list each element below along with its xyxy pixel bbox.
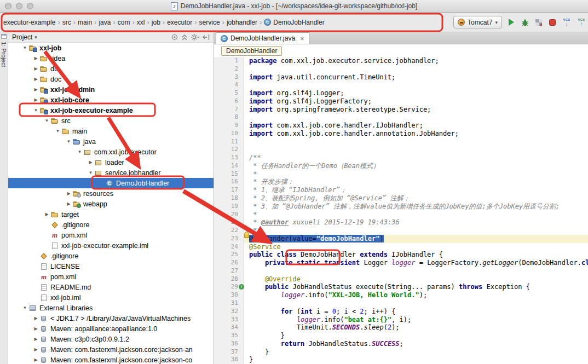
line-number[interactable]: 38: [214, 356, 244, 364]
tree-item-Maven: com.fasterxml.jackson.core:jackson-co[interactable]: ▶Maven: com.fasterxml.jackson.core:jacks…: [8, 355, 214, 364]
tree-item-.idea[interactable]: ▶.idea: [8, 53, 214, 63]
line-number[interactable]: 8: [214, 113, 244, 122]
code-text[interactable]: }: [244, 348, 588, 356]
code-text[interactable]: * 开发步骤：: [244, 178, 588, 186]
tree-item-webapp[interactable]: ▶webapp: [8, 199, 214, 209]
line-number[interactable]: 33: [214, 316, 244, 324]
tree-item-LICENSE[interactable]: LICENSE: [8, 261, 214, 271]
tree-item-com.xxl.job.executor[interactable]: ▼com.xxl.job.executor: [8, 147, 214, 157]
code-text[interactable]: public JobHandleStatus execute(String...…: [244, 283, 588, 291]
code-text[interactable]: import org.slf4j.LoggerFactory;: [244, 97, 588, 106]
hide-panel-icon[interactable]: [202, 33, 210, 41]
tree-item-service.jobhandler[interactable]: ▼service.jobhandler: [8, 167, 214, 178]
breadcrumb-item-executor[interactable]: executor: [165, 18, 194, 27]
tree-expand-icon[interactable]: ▶: [32, 87, 39, 92]
breadcrumb-item-main[interactable]: main: [76, 18, 94, 27]
line-number[interactable]: 11: [214, 138, 244, 146]
tree-expand-icon[interactable]: ▼: [87, 170, 94, 175]
line-number[interactable]: 3: [214, 73, 244, 82]
tree-item-db[interactable]: ▶db: [8, 63, 214, 74]
tree-expand-icon[interactable]: ▼: [76, 149, 83, 154]
tree-item-.gitignore[interactable]: .gitignore: [8, 219, 214, 230]
code-text[interactable]: *: [244, 170, 588, 178]
locate-file-icon[interactable]: [171, 33, 178, 41]
tab-demojobhandler[interactable]: C DemoJobHandler.java ×: [216, 32, 309, 44]
coverage-button[interactable]: [534, 18, 543, 27]
debug-button[interactable]: [521, 18, 529, 27]
tree-item-target[interactable]: ▶target: [8, 209, 214, 219]
line-number[interactable]: 20: [214, 211, 244, 219]
tree-item-xxl-job[interactable]: ▼xxl-job: [8, 43, 214, 53]
line-number[interactable]: 9: [214, 122, 244, 130]
code-text[interactable]: @Service: [244, 243, 588, 251]
line-number[interactable]: 1: [214, 57, 244, 65]
line-number[interactable]: 17: [214, 186, 244, 194]
view-dropdown-caret-icon[interactable]: ▾: [34, 34, 37, 40]
line-number[interactable]: 23: [214, 235, 244, 243]
gear-icon[interactable]: [191, 33, 200, 41]
tree-expand-icon[interactable]: ▶: [32, 66, 39, 71]
code-text[interactable]: @Override: [244, 275, 588, 284]
close-tab-icon[interactable]: ×: [300, 34, 304, 43]
tree-expand-icon[interactable]: ▼: [65, 139, 72, 144]
run-config-select[interactable]: Tomcat7 ▾: [453, 16, 502, 28]
breadcrumb-item-src[interactable]: src: [61, 18, 73, 27]
tree-item-Maven: c3p0:c3p0:0.9.1.2[interactable]: ▶Maven: c3p0:c3p0:0.9.1.2: [8, 334, 214, 344]
line-number[interactable]: 30: [214, 291, 244, 299]
code-text[interactable]: import com.xxl.job.core.handler.IJobHand…: [244, 122, 588, 130]
project-panel-title[interactable]: Project: [12, 33, 32, 41]
tree-item-resources[interactable]: ▶resources: [8, 188, 214, 199]
line-number[interactable]: 26: [214, 259, 244, 267]
code-text[interactable]: for (int i = 0; i < 2; i++) {: [244, 308, 588, 316]
code-text[interactable]: * 任务Handler的一个Demo（Bean模式）: [244, 162, 588, 170]
line-number[interactable]: 10: [214, 130, 244, 138]
line-number[interactable]: 37: [214, 348, 244, 356]
code-text[interactable]: [244, 146, 588, 154]
tree-expand-icon[interactable]: ▶: [32, 337, 39, 342]
code-text[interactable]: import org.slf4j.Logger;: [244, 89, 588, 97]
tree-expand-icon[interactable]: ▶: [65, 191, 72, 196]
line-number[interactable]: 31: [214, 299, 244, 308]
code-text[interactable]: * 2、装配到Spring, 例如加 “@Service” 注解；: [244, 194, 588, 203]
code-text[interactable]: * 1、继承 “IJobHandler”；: [244, 186, 588, 194]
tree-expand-icon[interactable]: ▶: [32, 316, 39, 321]
code-text[interactable]: }: [244, 332, 588, 340]
line-number[interactable]: 21: [214, 218, 244, 227]
tree-expand-icon[interactable]: ▶: [32, 326, 39, 331]
tree-expand-icon[interactable]: ▶: [32, 56, 39, 61]
tree-item-src[interactable]: ▼src: [8, 115, 214, 126]
tree-expand-icon[interactable]: ▼: [32, 108, 39, 113]
code-text[interactable]: }: [244, 356, 588, 364]
tree-item-pom.xml[interactable]: mpom.xml: [8, 230, 214, 240]
tree-item-README.md[interactable]: README.md: [8, 282, 214, 292]
code-text[interactable]: [244, 138, 588, 146]
breadcrumb-item-com[interactable]: com: [116, 18, 132, 27]
code-text[interactable]: [244, 299, 588, 308]
tree-expand-icon[interactable]: ▶: [43, 212, 50, 217]
tree-expand-icon[interactable]: ▼: [54, 129, 61, 134]
tree-expand-icon[interactable]: ▶: [32, 357, 39, 362]
tree-item-DemoJobHandler[interactable]: CDemoJobHandler: [8, 178, 214, 188]
line-number[interactable]: 35: [214, 332, 244, 340]
code-text[interactable]: public class DemoJobHandler extends IJob…: [244, 251, 588, 259]
code-text[interactable]: [244, 81, 588, 89]
tree-item-xxl-job-admin[interactable]: ▶xxl-job-admin: [8, 84, 214, 95]
project-tool-button[interactable]: 1: Project: [1, 42, 7, 67]
line-number[interactable]: 4: [214, 81, 244, 89]
tree-expand-icon[interactable]: ▶: [65, 201, 72, 206]
line-number[interactable]: 12: [214, 146, 244, 154]
code-text[interactable]: /**: [244, 154, 588, 162]
code-text[interactable]: logger.info("XXL-JOB, Hello World.");: [244, 291, 588, 299]
code-text[interactable]: *: [244, 211, 588, 219]
tree-item-doc[interactable]: ▶doc: [8, 74, 214, 84]
stop-button[interactable]: [548, 18, 557, 27]
tree-item-.gitignore[interactable]: .gitignore: [8, 251, 214, 261]
code-text[interactable]: [244, 113, 588, 122]
line-number[interactable]: 28: [214, 275, 244, 284]
tree-expand-icon[interactable]: ▶: [32, 97, 39, 102]
line-number[interactable]: 27: [214, 267, 244, 275]
breadcrumb-item-java[interactable]: java: [97, 18, 112, 27]
tree-item-xxl-job-executor-example[interactable]: ▼xxl-job-executor-example: [8, 105, 214, 115]
tree-expand-icon[interactable]: ▶: [32, 347, 39, 352]
tree-item-xxl-job-executor-example.iml[interactable]: xxl-job-executor-example.iml: [8, 240, 214, 251]
